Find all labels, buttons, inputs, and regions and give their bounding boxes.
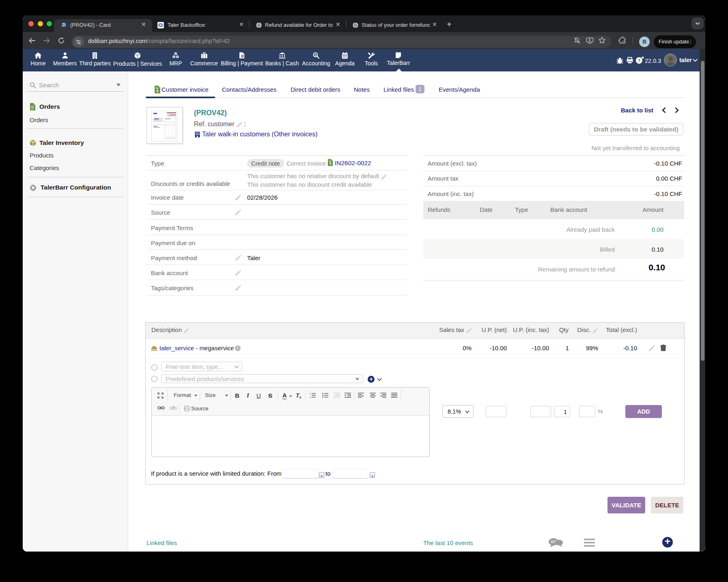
svg-text:$: $ xyxy=(330,162,332,166)
svg-text:?: ? xyxy=(638,58,640,63)
svg-text:1: 1 xyxy=(310,392,311,395)
svg-text:$: $ xyxy=(156,88,159,93)
svg-text:2: 2 xyxy=(310,396,311,399)
svg-text:$: $ xyxy=(242,55,243,58)
svg-text:$: $ xyxy=(314,53,317,57)
